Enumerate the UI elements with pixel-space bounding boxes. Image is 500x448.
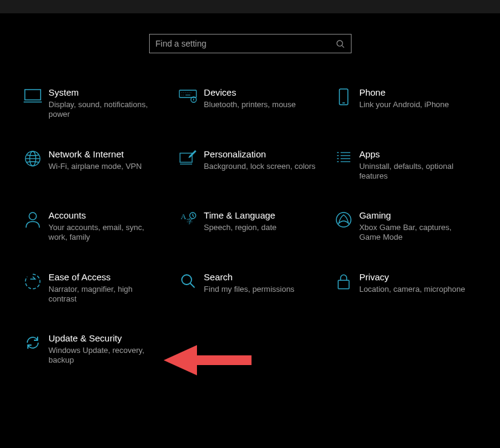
tile-title: Update & Security — [48, 333, 160, 343]
svg-line-39 — [190, 283, 195, 288]
tile-title: Privacy — [359, 272, 465, 282]
tile-desc: Location, camera, microphone — [359, 285, 465, 294]
tile-phone[interactable]: Phone Link your Android, iPhone — [328, 87, 483, 120]
svg-text:A: A — [181, 212, 187, 221]
tile-accounts[interactable]: Accounts Your accounts, email, sync, wor… — [17, 210, 172, 243]
tile-title: Accounts — [48, 210, 160, 220]
tile-title: Ease of Access — [48, 272, 160, 282]
svg-line-1 — [342, 45, 344, 47]
update-icon — [17, 333, 48, 351]
ease-of-access-icon — [17, 272, 48, 290]
settings-grid: System Display, sound, notifications, po… — [0, 87, 500, 366]
tile-title: System — [48, 87, 160, 97]
tile-privacy[interactable]: Privacy Location, camera, microphone — [328, 272, 483, 305]
tile-desc: Your accounts, email, sync, work, family — [48, 223, 160, 243]
search-box[interactable] — [149, 34, 352, 53]
tile-apps[interactable]: Apps Uninstall, defaults, optional featu… — [328, 149, 483, 182]
tile-ease-of-access[interactable]: Ease of Access Narrator, magnifier, high… — [17, 272, 172, 305]
tile-desc: Xbox Game Bar, captures, Game Mode — [359, 223, 471, 243]
tile-title: Network & Internet — [48, 149, 142, 159]
tile-network[interactable]: Network & Internet Wi-Fi, airplane mode,… — [17, 149, 172, 182]
tile-title: Apps — [359, 149, 471, 159]
apps-icon — [328, 149, 359, 166]
tile-desc: Link your Android, iPhone — [359, 100, 449, 110]
search-icon — [336, 39, 345, 48]
tile-desc: Uninstall, defaults, optional features — [359, 162, 471, 182]
lock-icon — [328, 272, 359, 290]
search-input[interactable] — [156, 39, 336, 48]
titlebar — [0, 0, 500, 13]
svg-rect-16 — [339, 89, 348, 105]
tile-title: Devices — [204, 87, 296, 97]
tile-title: Gaming — [359, 210, 471, 220]
tile-desc: Wi-Fi, airplane mode, VPN — [48, 162, 142, 171]
tile-gaming[interactable]: Gaming Xbox Game Bar, captures, Game Mod… — [328, 210, 483, 243]
search-tile-icon — [172, 272, 204, 289]
tile-time-language[interactable]: A 字 Time & Language Speech, region, date — [172, 210, 327, 243]
svg-rect-4 — [179, 90, 196, 97]
tile-devices[interactable]: Devices Bluetooth, printers, mouse — [172, 87, 327, 120]
gaming-icon — [328, 210, 359, 228]
tile-personalization[interactable]: Personalization Background, lock screen,… — [172, 149, 327, 182]
time-language-icon: A 字 — [172, 210, 204, 228]
tile-update-security[interactable]: Update & Security Windows Update, recove… — [17, 333, 172, 366]
personalization-icon — [172, 149, 204, 165]
svg-rect-21 — [180, 153, 192, 162]
tile-desc: Find my files, permissions — [204, 285, 295, 294]
svg-text:字: 字 — [187, 218, 193, 225]
tile-desc: Narrator, magnifier, high contrast — [48, 285, 160, 305]
tile-system[interactable]: System Display, sound, notifications, po… — [17, 87, 172, 120]
accounts-icon — [17, 210, 48, 228]
tile-title: Time & Language — [204, 210, 276, 220]
phone-icon — [328, 87, 359, 105]
tile-title: Phone — [359, 87, 449, 97]
svg-rect-2 — [25, 90, 41, 100]
search-container — [0, 34, 500, 53]
tile-title: Personalization — [204, 149, 315, 159]
tile-desc: Speech, region, date — [204, 223, 276, 232]
svg-point-0 — [336, 40, 342, 45]
tile-search[interactable]: Search Find my files, permissions — [172, 272, 327, 305]
system-icon — [17, 87, 48, 103]
tile-desc: Bluetooth, printers, mouse — [204, 100, 296, 110]
tile-title: Search — [204, 272, 295, 282]
svg-rect-40 — [338, 280, 349, 289]
tile-desc: Display, sound, notifications, power — [48, 100, 160, 120]
tile-desc: Windows Update, recovery, backup — [48, 346, 160, 366]
svg-point-31 — [29, 212, 36, 220]
svg-point-38 — [182, 275, 192, 285]
tile-desc: Background, lock screen, colors — [204, 162, 315, 171]
svg-line-36 — [193, 216, 194, 217]
devices-icon — [172, 87, 204, 103]
globe-icon — [17, 149, 48, 167]
